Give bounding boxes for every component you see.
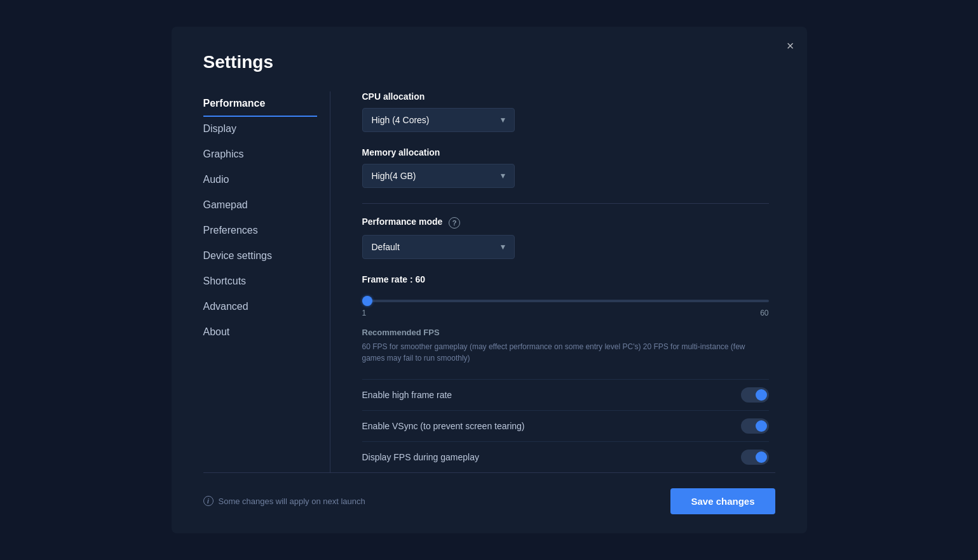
sidebar-item-gamepad[interactable]: Gamepad	[203, 193, 317, 218]
toggle-row-display-fps: Display FPS during gameplay	[362, 441, 769, 472]
memory-allocation-section: Memory allocation High(4 GB)Medium(2 GB)…	[362, 147, 769, 188]
sidebar-item-shortcuts[interactable]: Shortcuts	[203, 269, 317, 295]
performance-mode-select-wrapper: DefaultPower SaverHigh Performance ▼	[362, 235, 515, 259]
frame-rate-label: Frame rate : 60	[362, 274, 769, 284]
recommended-fps-title: Recommended FPS	[362, 328, 769, 337]
memory-allocation-select-wrapper: High(4 GB)Medium(2 GB)Low(1 GB) ▼	[362, 164, 515, 188]
toggle-track-display-fps	[741, 450, 769, 465]
footer: i Some changes will apply on next launch…	[203, 472, 775, 514]
slider-labels: 1 60	[362, 309, 769, 317]
info-icon: i	[203, 496, 214, 506]
sidebar-item-device-settings[interactable]: Device settings	[203, 244, 317, 269]
page-title: Settings	[203, 52, 775, 72]
slider-min-label: 1	[362, 309, 367, 317]
toggle-track-vsync	[741, 418, 769, 434]
toggle-label-high-frame-rate: Enable high frame rate	[362, 390, 452, 400]
frame-rate-section: Frame rate : 60 1 60 Recommended FPS 60 …	[362, 274, 769, 364]
toggles-section: Enable high frame rateEnable VSync (to p…	[362, 379, 769, 472]
toggle-label-vsync: Enable VSync (to prevent screen tearing)	[362, 421, 525, 431]
toggle-display-fps[interactable]	[741, 450, 769, 465]
slider-max-label: 60	[760, 309, 768, 317]
content-area: PerformanceDisplayGraphicsAudioGamepadPr…	[203, 91, 775, 472]
help-icon[interactable]: ?	[449, 217, 460, 229]
sidebar-item-advanced[interactable]: Advanced	[203, 295, 317, 320]
toggle-label-display-fps: Display FPS during gameplay	[362, 452, 479, 462]
memory-allocation-select[interactable]: High(4 GB)Medium(2 GB)Low(1 GB)	[362, 164, 515, 188]
sidebar-item-about[interactable]: About	[203, 320, 317, 345]
toggle-track-high-frame-rate	[741, 387, 769, 403]
footer-info: i Some changes will apply on next launch	[203, 496, 365, 506]
toggle-row-vsync: Enable VSync (to prevent screen tearing)	[362, 410, 769, 441]
toggle-vsync[interactable]	[741, 418, 769, 434]
performance-mode-section: Performance mode ? DefaultPower SaverHig…	[362, 217, 769, 258]
divider	[362, 203, 769, 204]
slider-wrapper	[362, 293, 769, 305]
main-content: CPU allocation High (4 Cores)Medium (2 C…	[330, 91, 775, 472]
close-button[interactable]: ×	[787, 39, 794, 52]
cpu-allocation-label: CPU allocation	[362, 91, 769, 102]
sidebar-item-performance[interactable]: Performance	[203, 91, 317, 117]
sidebar-item-display[interactable]: Display	[203, 117, 317, 142]
recommended-fps-desc: 60 FPS for smoother gameplay (may effect…	[362, 341, 769, 364]
footer-info-text: Some changes will apply on next launch	[219, 497, 365, 506]
performance-mode-select[interactable]: DefaultPower SaverHigh Performance	[362, 235, 515, 259]
sidebar-item-graphics[interactable]: Graphics	[203, 142, 317, 168]
settings-dialog: × Settings PerformanceDisplayGraphicsAud…	[172, 27, 807, 533]
cpu-allocation-select[interactable]: High (4 Cores)Medium (2 Cores)Low (1 Cor…	[362, 108, 515, 132]
toggle-row-high-frame-rate: Enable high frame rate	[362, 379, 769, 410]
performance-mode-label: Performance mode ?	[362, 217, 769, 228]
frame-rate-slider[interactable]	[362, 300, 769, 302]
memory-allocation-label: Memory allocation	[362, 147, 769, 157]
sidebar-item-preferences[interactable]: Preferences	[203, 218, 317, 244]
toggle-high-frame-rate[interactable]	[741, 387, 769, 403]
cpu-allocation-section: CPU allocation High (4 Cores)Medium (2 C…	[362, 91, 769, 132]
save-changes-button[interactable]: Save changes	[670, 488, 775, 514]
cpu-allocation-select-wrapper: High (4 Cores)Medium (2 Cores)Low (1 Cor…	[362, 108, 515, 132]
sidebar-item-audio[interactable]: Audio	[203, 168, 317, 193]
sidebar: PerformanceDisplayGraphicsAudioGamepadPr…	[203, 91, 330, 472]
